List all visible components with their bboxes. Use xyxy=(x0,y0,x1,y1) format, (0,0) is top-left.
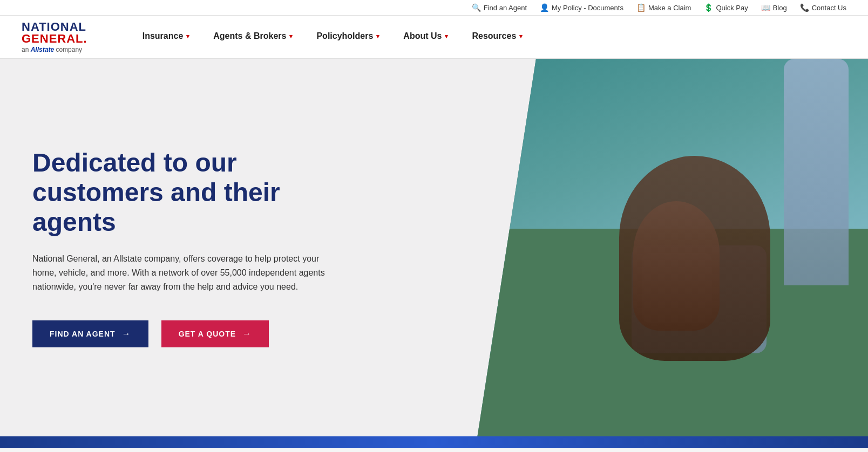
nav-insurance-label: Insurance xyxy=(143,31,184,41)
topbar-make-claim-label: Make a Claim xyxy=(648,4,691,12)
top-utility-bar: 🔍 Find an Agent 👤 My Policy - Documents … xyxy=(0,0,868,16)
hero-description: National General, an Allstate company, o… xyxy=(32,252,345,293)
topbar-find-agent-label: Find an Agent xyxy=(484,4,527,12)
arrow-icon: → xyxy=(122,329,131,339)
chevron-down-icon: ▾ xyxy=(376,33,379,40)
hero-buttons: FIND AN AGENT → GET A QUOTE → xyxy=(32,320,445,347)
chevron-down-icon: ▾ xyxy=(289,33,293,40)
nav-about-us-label: About Us xyxy=(403,31,442,41)
logo-allstate-tagline: an Allstate company xyxy=(22,46,87,53)
nav-agents-brokers[interactable]: Agents & Brokers ▾ xyxy=(201,16,304,58)
topbar-quick-pay-label: Quick Pay xyxy=(716,4,748,12)
logo-wordmark: NATIONAL GENERAL. xyxy=(22,21,87,45)
topbar-quick-pay[interactable]: 💲 Quick Pay xyxy=(704,3,748,12)
nav-policyholders[interactable]: Policyholders ▾ xyxy=(304,16,391,58)
main-navigation: NATIONAL GENERAL. an Allstate company In… xyxy=(0,16,868,59)
chevron-down-icon: ▾ xyxy=(519,33,523,40)
hero-photo-scene xyxy=(477,59,868,436)
find-agent-button-label: FIND AN AGENT xyxy=(50,330,116,338)
nav-resources[interactable]: Resources ▾ xyxy=(460,16,534,58)
child-figure xyxy=(633,201,720,331)
hero-section: Dedicated to our customers and their age… xyxy=(0,59,868,436)
nav-resources-label: Resources xyxy=(472,31,516,41)
phone-icon: 📞 xyxy=(800,3,809,12)
chevron-down-icon: ▾ xyxy=(186,33,189,40)
hero-content: Dedicated to our customers and their age… xyxy=(0,59,477,436)
find-agent-button[interactable]: FIND AN AGENT → xyxy=(32,320,148,347)
standing-person-figure xyxy=(784,59,849,285)
logo-general: GENERAL. xyxy=(22,32,87,45)
logo[interactable]: NATIONAL GENERAL. an Allstate company xyxy=(22,21,87,53)
bottom-accent-bar xyxy=(0,436,868,448)
dollar-icon: 💲 xyxy=(704,3,713,12)
topbar-find-agent[interactable]: 🔍 Find an Agent xyxy=(472,3,527,12)
nav-items: Insurance ▾ Agents & Brokers ▾ Policyhol… xyxy=(131,16,535,58)
topbar-my-policy-label: My Policy - Documents xyxy=(552,4,623,12)
arrow-icon: → xyxy=(242,329,252,339)
topbar-blog-label: Blog xyxy=(773,4,787,12)
topbar-contact-us[interactable]: 📞 Contact Us xyxy=(800,3,846,12)
nav-about-us[interactable]: About Us ▾ xyxy=(391,16,460,58)
hero-title: Dedicated to our customers and their age… xyxy=(32,148,356,237)
clipboard-icon: 📋 xyxy=(636,3,646,12)
chevron-down-icon: ▾ xyxy=(445,33,448,40)
nav-policyholders-label: Policyholders xyxy=(316,31,373,41)
nav-insurance[interactable]: Insurance ▾ xyxy=(131,16,202,58)
get-quote-button-label: GET A QUOTE xyxy=(179,330,236,338)
get-quote-button[interactable]: GET A QUOTE → xyxy=(161,320,269,347)
topbar-contact-us-label: Contact Us xyxy=(812,4,846,12)
topbar-blog[interactable]: 📖 Blog xyxy=(761,3,787,12)
person-icon: 👤 xyxy=(540,3,549,12)
book-icon: 📖 xyxy=(761,3,770,12)
search-icon: 🔍 xyxy=(472,3,481,12)
topbar-make-claim[interactable]: 📋 Make a Claim xyxy=(636,3,691,12)
hero-image xyxy=(477,59,868,436)
nav-agents-brokers-label: Agents & Brokers xyxy=(213,31,286,41)
topbar-my-policy[interactable]: 👤 My Policy - Documents xyxy=(540,3,623,12)
logo-allstate-brand: Allstate xyxy=(31,46,54,53)
